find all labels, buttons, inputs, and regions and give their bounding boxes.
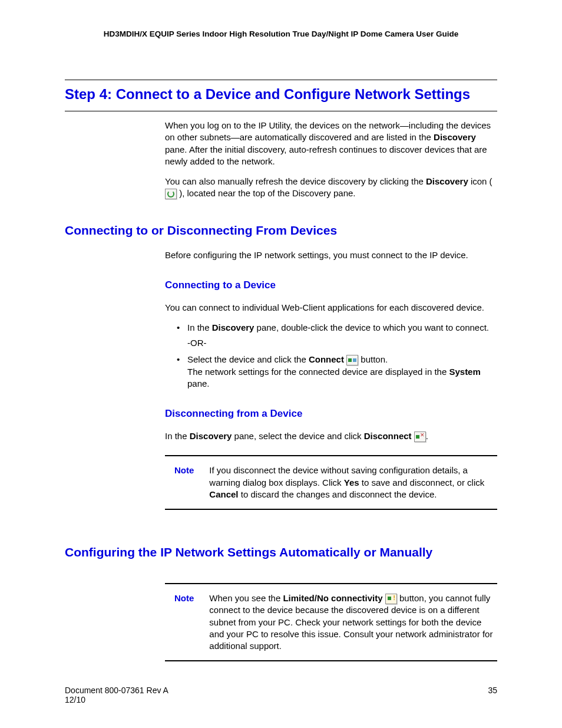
text: button.: [358, 354, 388, 364]
text: pane. After the initial discovery, auto-…: [165, 144, 487, 166]
text: When you see the: [209, 593, 283, 603]
note-label: Note: [165, 465, 194, 500]
title-rule-bottom: [65, 111, 497, 111]
text: pane, double-click the device to which y…: [254, 322, 489, 332]
connect-lead: Before configuring the IP network settin…: [165, 249, 497, 261]
text: to save and disconnect, or click: [359, 477, 485, 487]
text: ), located near the top of the Discovery…: [177, 188, 356, 198]
disconnect-icon: [414, 431, 426, 442]
bold-limited: Limited/No connectivity: [283, 593, 382, 603]
note-block: Note If you disconnect the device withou…: [165, 455, 497, 510]
subsection-disconnecting: Disconnecting from a Device: [165, 407, 497, 421]
bold-disconnect: Disconnect: [364, 431, 412, 441]
text: Select the device and click the: [187, 354, 309, 364]
bold-yes: Yes: [344, 477, 359, 487]
disconnect-text: In the Discovery pane, select the device…: [165, 430, 497, 442]
bold-discovery: Discovery: [426, 176, 468, 186]
refresh-icon: [165, 189, 177, 199]
section-heading-configuring: Configuring the IP Network Settings Auto…: [65, 545, 497, 559]
text: pane.: [187, 378, 210, 388]
footer-left: Document 800-07361 Rev A 12/10: [65, 686, 168, 704]
connect-icon: [346, 355, 358, 365]
note-label: Note: [165, 592, 194, 652]
or-separator: -OR-: [187, 337, 497, 349]
bold-discovery: Discovery: [190, 431, 232, 441]
subsection-connecting: Connecting to a Device: [165, 279, 497, 292]
limited-connectivity-icon: [385, 594, 397, 604]
bold-discovery: Discovery: [434, 132, 476, 142]
intro-paragraph-2: You can also manually refresh the device…: [165, 176, 497, 200]
bold-connect: Connect: [309, 354, 344, 364]
connect-subtext: You can connect to individual Web-Client…: [165, 302, 497, 314]
text: icon (: [468, 176, 492, 186]
text: pane, select the device and click: [232, 431, 363, 441]
page-number: 35: [488, 686, 497, 704]
bold-cancel: Cancel: [209, 489, 238, 499]
note-block: Note When you see the Limited/No connect…: [165, 583, 497, 661]
bold-system: System: [449, 367, 480, 377]
step-title: Step 4: Connect to a Device and Configur…: [65, 86, 497, 103]
section-heading-connecting: Connecting to or Disconnecting From Devi…: [65, 223, 497, 238]
text: The network settings for the connected d…: [187, 367, 449, 377]
text: In the: [187, 322, 212, 332]
doc-number: Document 800-07361 Rev A: [65, 686, 168, 695]
bullet-item: Select the device and click the Connect …: [177, 354, 497, 390]
page-header: HD3MDIH/X EQUIP Series Indoor High Resol…: [65, 29, 497, 38]
text: to discard the changes and disconnect th…: [239, 489, 437, 499]
note-text: If you disconnect the device without sav…: [209, 465, 497, 500]
text: .: [426, 431, 428, 441]
doc-date: 12/10: [65, 695, 85, 704]
text: You can also manually refresh the device…: [165, 176, 426, 186]
page-footer: Document 800-07361 Rev A 12/10 35: [65, 686, 497, 704]
note-text: When you see the Limited/No connectivity…: [209, 592, 497, 652]
title-rule-top: [65, 80, 497, 80]
bullet-item: In the Discovery pane, double-click the …: [177, 322, 497, 350]
intro-paragraph-1: When you log on to the IP Utility, the d…: [165, 120, 497, 167]
bold-discovery: Discovery: [212, 322, 254, 332]
text: In the: [165, 431, 190, 441]
